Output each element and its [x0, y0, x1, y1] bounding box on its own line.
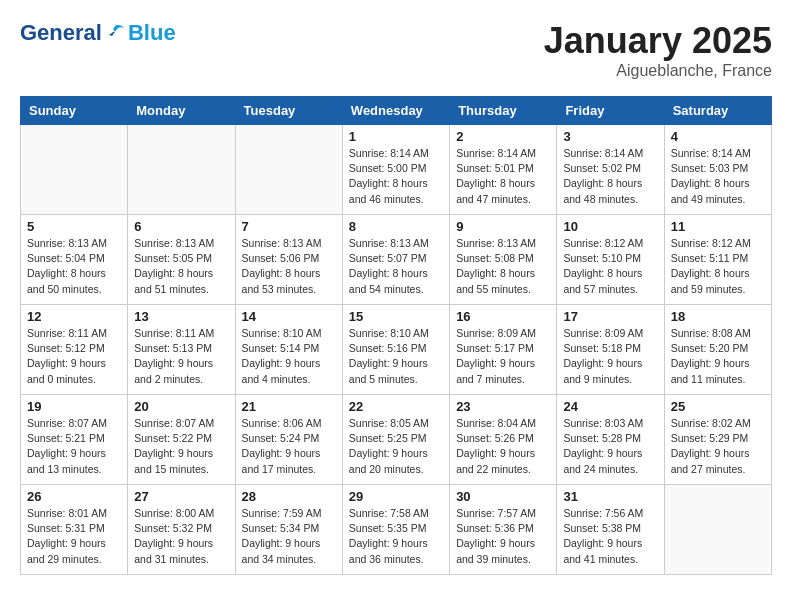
day-info: Sunrise: 8:05 AM Sunset: 5:25 PM Dayligh…	[349, 416, 443, 477]
calendar-day-cell: 12Sunrise: 8:11 AM Sunset: 5:12 PM Dayli…	[21, 305, 128, 395]
logo-bird-icon	[104, 22, 126, 44]
calendar-day-cell	[128, 125, 235, 215]
day-info: Sunrise: 7:58 AM Sunset: 5:35 PM Dayligh…	[349, 506, 443, 567]
day-number: 31	[563, 489, 657, 504]
calendar-day-cell: 18Sunrise: 8:08 AM Sunset: 5:20 PM Dayli…	[664, 305, 771, 395]
day-info: Sunrise: 8:13 AM Sunset: 5:04 PM Dayligh…	[27, 236, 121, 297]
weekday-header: Tuesday	[235, 97, 342, 125]
day-info: Sunrise: 8:13 AM Sunset: 5:06 PM Dayligh…	[242, 236, 336, 297]
calendar-day-cell: 15Sunrise: 8:10 AM Sunset: 5:16 PM Dayli…	[342, 305, 449, 395]
day-number: 26	[27, 489, 121, 504]
calendar-day-cell: 26Sunrise: 8:01 AM Sunset: 5:31 PM Dayli…	[21, 485, 128, 575]
calendar-day-cell: 4Sunrise: 8:14 AM Sunset: 5:03 PM Daylig…	[664, 125, 771, 215]
day-info: Sunrise: 8:14 AM Sunset: 5:03 PM Dayligh…	[671, 146, 765, 207]
day-info: Sunrise: 7:57 AM Sunset: 5:36 PM Dayligh…	[456, 506, 550, 567]
day-info: Sunrise: 8:04 AM Sunset: 5:26 PM Dayligh…	[456, 416, 550, 477]
page-header: General Blue January 2025 Aigueblanche, …	[20, 20, 772, 80]
day-number: 11	[671, 219, 765, 234]
day-number: 25	[671, 399, 765, 414]
calendar-day-cell: 19Sunrise: 8:07 AM Sunset: 5:21 PM Dayli…	[21, 395, 128, 485]
day-info: Sunrise: 8:10 AM Sunset: 5:14 PM Dayligh…	[242, 326, 336, 387]
calendar-day-cell: 10Sunrise: 8:12 AM Sunset: 5:10 PM Dayli…	[557, 215, 664, 305]
day-info: Sunrise: 8:11 AM Sunset: 5:13 PM Dayligh…	[134, 326, 228, 387]
day-number: 23	[456, 399, 550, 414]
day-info: Sunrise: 8:14 AM Sunset: 5:02 PM Dayligh…	[563, 146, 657, 207]
weekday-header: Friday	[557, 97, 664, 125]
day-info: Sunrise: 8:13 AM Sunset: 5:07 PM Dayligh…	[349, 236, 443, 297]
calendar-week-row: 1Sunrise: 8:14 AM Sunset: 5:00 PM Daylig…	[21, 125, 772, 215]
day-number: 28	[242, 489, 336, 504]
day-number: 8	[349, 219, 443, 234]
day-info: Sunrise: 8:02 AM Sunset: 5:29 PM Dayligh…	[671, 416, 765, 477]
day-number: 2	[456, 129, 550, 144]
calendar-day-cell: 24Sunrise: 8:03 AM Sunset: 5:28 PM Dayli…	[557, 395, 664, 485]
day-info: Sunrise: 8:09 AM Sunset: 5:17 PM Dayligh…	[456, 326, 550, 387]
day-info: Sunrise: 7:59 AM Sunset: 5:34 PM Dayligh…	[242, 506, 336, 567]
calendar-day-cell: 25Sunrise: 8:02 AM Sunset: 5:29 PM Dayli…	[664, 395, 771, 485]
day-number: 15	[349, 309, 443, 324]
day-number: 18	[671, 309, 765, 324]
calendar-day-cell: 29Sunrise: 7:58 AM Sunset: 5:35 PM Dayli…	[342, 485, 449, 575]
calendar-day-cell: 27Sunrise: 8:00 AM Sunset: 5:32 PM Dayli…	[128, 485, 235, 575]
day-number: 4	[671, 129, 765, 144]
calendar-week-row: 19Sunrise: 8:07 AM Sunset: 5:21 PM Dayli…	[21, 395, 772, 485]
day-number: 24	[563, 399, 657, 414]
logo-general: General	[20, 20, 102, 46]
calendar-day-cell: 3Sunrise: 8:14 AM Sunset: 5:02 PM Daylig…	[557, 125, 664, 215]
calendar-day-cell: 1Sunrise: 8:14 AM Sunset: 5:00 PM Daylig…	[342, 125, 449, 215]
calendar-day-cell	[235, 125, 342, 215]
calendar-day-cell: 21Sunrise: 8:06 AM Sunset: 5:24 PM Dayli…	[235, 395, 342, 485]
day-info: Sunrise: 8:08 AM Sunset: 5:20 PM Dayligh…	[671, 326, 765, 387]
day-info: Sunrise: 8:09 AM Sunset: 5:18 PM Dayligh…	[563, 326, 657, 387]
calendar-day-cell: 30Sunrise: 7:57 AM Sunset: 5:36 PM Dayli…	[450, 485, 557, 575]
calendar-day-cell: 23Sunrise: 8:04 AM Sunset: 5:26 PM Dayli…	[450, 395, 557, 485]
day-info: Sunrise: 8:07 AM Sunset: 5:21 PM Dayligh…	[27, 416, 121, 477]
calendar-day-cell: 20Sunrise: 8:07 AM Sunset: 5:22 PM Dayli…	[128, 395, 235, 485]
day-info: Sunrise: 8:00 AM Sunset: 5:32 PM Dayligh…	[134, 506, 228, 567]
calendar-day-cell	[21, 125, 128, 215]
calendar-day-cell: 13Sunrise: 8:11 AM Sunset: 5:13 PM Dayli…	[128, 305, 235, 395]
day-number: 30	[456, 489, 550, 504]
calendar-day-cell: 8Sunrise: 8:13 AM Sunset: 5:07 PM Daylig…	[342, 215, 449, 305]
day-info: Sunrise: 8:13 AM Sunset: 5:05 PM Dayligh…	[134, 236, 228, 297]
day-number: 13	[134, 309, 228, 324]
calendar-day-cell: 17Sunrise: 8:09 AM Sunset: 5:18 PM Dayli…	[557, 305, 664, 395]
day-number: 29	[349, 489, 443, 504]
day-number: 20	[134, 399, 228, 414]
logo: General Blue	[20, 20, 176, 46]
weekday-header: Sunday	[21, 97, 128, 125]
day-number: 16	[456, 309, 550, 324]
day-info: Sunrise: 8:14 AM Sunset: 5:01 PM Dayligh…	[456, 146, 550, 207]
day-number: 7	[242, 219, 336, 234]
day-number: 5	[27, 219, 121, 234]
weekday-header: Thursday	[450, 97, 557, 125]
day-number: 12	[27, 309, 121, 324]
day-number: 14	[242, 309, 336, 324]
day-number: 17	[563, 309, 657, 324]
day-number: 3	[563, 129, 657, 144]
day-info: Sunrise: 8:01 AM Sunset: 5:31 PM Dayligh…	[27, 506, 121, 567]
day-number: 6	[134, 219, 228, 234]
day-number: 19	[27, 399, 121, 414]
calendar-day-cell: 16Sunrise: 8:09 AM Sunset: 5:17 PM Dayli…	[450, 305, 557, 395]
calendar-day-cell: 6Sunrise: 8:13 AM Sunset: 5:05 PM Daylig…	[128, 215, 235, 305]
calendar-day-cell: 28Sunrise: 7:59 AM Sunset: 5:34 PM Dayli…	[235, 485, 342, 575]
day-info: Sunrise: 8:12 AM Sunset: 5:10 PM Dayligh…	[563, 236, 657, 297]
weekday-header: Saturday	[664, 97, 771, 125]
day-info: Sunrise: 8:13 AM Sunset: 5:08 PM Dayligh…	[456, 236, 550, 297]
calendar-table: SundayMondayTuesdayWednesdayThursdayFrid…	[20, 96, 772, 575]
calendar-week-row: 5Sunrise: 8:13 AM Sunset: 5:04 PM Daylig…	[21, 215, 772, 305]
calendar-day-cell: 2Sunrise: 8:14 AM Sunset: 5:01 PM Daylig…	[450, 125, 557, 215]
day-number: 21	[242, 399, 336, 414]
calendar-day-cell: 9Sunrise: 8:13 AM Sunset: 5:08 PM Daylig…	[450, 215, 557, 305]
day-info: Sunrise: 8:06 AM Sunset: 5:24 PM Dayligh…	[242, 416, 336, 477]
month-title: January 2025	[544, 20, 772, 62]
day-info: Sunrise: 8:10 AM Sunset: 5:16 PM Dayligh…	[349, 326, 443, 387]
calendar-day-cell: 31Sunrise: 7:56 AM Sunset: 5:38 PM Dayli…	[557, 485, 664, 575]
calendar-day-cell: 22Sunrise: 8:05 AM Sunset: 5:25 PM Dayli…	[342, 395, 449, 485]
title-block: January 2025 Aigueblanche, France	[544, 20, 772, 80]
day-number: 1	[349, 129, 443, 144]
calendar-week-row: 12Sunrise: 8:11 AM Sunset: 5:12 PM Dayli…	[21, 305, 772, 395]
day-info: Sunrise: 8:14 AM Sunset: 5:00 PM Dayligh…	[349, 146, 443, 207]
calendar-day-cell: 7Sunrise: 8:13 AM Sunset: 5:06 PM Daylig…	[235, 215, 342, 305]
